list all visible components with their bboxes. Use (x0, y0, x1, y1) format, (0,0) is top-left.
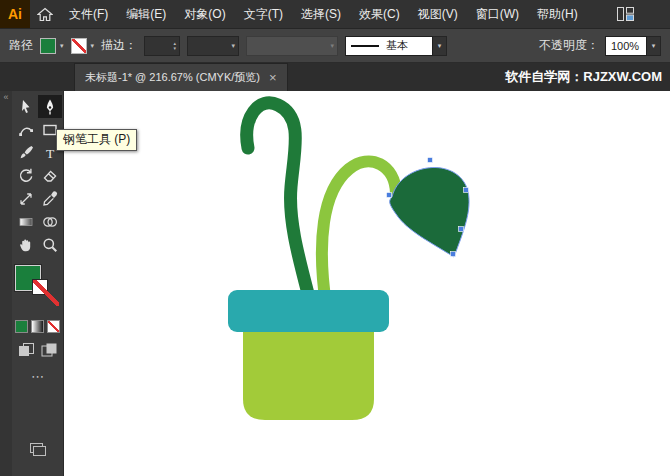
eraser-tool[interactable] (38, 164, 62, 187)
pen-tool[interactable] (38, 95, 62, 118)
stroke-weight-field[interactable]: ▴▾ (144, 36, 180, 56)
tools-panel: « (0, 91, 64, 476)
rotate-icon (17, 167, 35, 185)
svg-text:T: T (45, 145, 54, 160)
curvature-icon (17, 121, 35, 139)
draw-normal-icon[interactable] (18, 343, 34, 361)
artboard-canvas[interactable] (64, 91, 670, 476)
menu-object[interactable]: 对象(O) (175, 1, 234, 28)
collapse-panel-icon[interactable]: « (3, 92, 8, 102)
selection-arrow-icon (17, 98, 35, 116)
draw-behind-icon[interactable] (41, 343, 57, 361)
gradient-icon (17, 213, 35, 231)
menu-file[interactable]: 文件(F) (60, 1, 117, 28)
eyedropper-icon (41, 190, 59, 208)
document-tab-title: 未标题-1* @ 216.67% (CMYK/预览) (85, 70, 260, 85)
document-tab[interactable]: 未标题-1* @ 216.67% (CMYK/预览) × (74, 63, 288, 91)
chevron-down-icon: ▾ (433, 36, 447, 56)
stroke-weight-spinner[interactable]: ▴▾ (171, 41, 180, 51)
variable-width-dropdown[interactable]: ▾ (187, 36, 239, 56)
chevron-down-icon: ▾ (647, 36, 661, 56)
menu-window[interactable]: 窗口(W) (467, 1, 528, 28)
edit-toolbar-icon[interactable]: ⋯ (31, 370, 44, 383)
menu-select[interactable]: 选择(S) (292, 1, 350, 28)
home-icon[interactable] (30, 0, 60, 28)
width-profile-dropdown-disabled: ▾ (246, 36, 338, 56)
brush-stroke-preview (351, 45, 379, 47)
fill-color-swatch[interactable] (40, 38, 56, 54)
tool-tooltip: 钢笔工具 (P) (56, 129, 137, 151)
shape-builder-icon (41, 213, 59, 231)
paintbrush-tool[interactable] (14, 141, 38, 164)
anchor-point[interactable] (387, 193, 392, 198)
stroke-color-swatch[interactable] (71, 38, 87, 54)
plant-stem-light[interactable] (322, 161, 396, 305)
menu-bar: Ai 文件(F) 编辑(E) 对象(O) 文字(T) 选择(S) 效果(C) 视… (0, 0, 670, 29)
stroke-none-indicator[interactable] (33, 280, 47, 294)
fill-stroke-indicator (14, 265, 62, 311)
anchor-point[interactable] (464, 188, 469, 193)
plant-illustration (64, 91, 669, 476)
hand-icon (17, 236, 35, 254)
eraser-icon (41, 167, 59, 185)
plant-stem-dark[interactable] (247, 103, 311, 305)
none-button[interactable] (47, 320, 60, 333)
zoom-tool[interactable] (38, 233, 62, 256)
menu-help[interactable]: 帮助(H) (528, 1, 587, 28)
control-bar: 路径 ▾ ▾ 描边： ▴▾ ▾ ▾ 基本 ▾ 不透明度： 100% (0, 29, 670, 63)
chevron-down-icon: ▾ (229, 42, 239, 50)
hand-tool[interactable] (14, 233, 38, 256)
anchor-point[interactable] (451, 252, 456, 257)
menu-effect[interactable]: 效果(C) (350, 1, 409, 28)
scale-tool[interactable] (14, 187, 38, 210)
menu-edit[interactable]: 编辑(E) (117, 1, 175, 28)
opacity-field[interactable]: 100% ▾ (605, 36, 661, 56)
brush-definition-dropdown[interactable]: 基本 ▾ (345, 36, 447, 56)
scale-icon (17, 190, 35, 208)
illustrator-window: Ai 文件(F) 编辑(E) 对象(O) 文字(T) 选择(S) 效果(C) 视… (0, 0, 670, 476)
color-mode-buttons (15, 320, 60, 333)
gradient-tool[interactable] (14, 210, 38, 233)
stroke-weight-label: 描边： (101, 37, 137, 54)
close-icon[interactable]: × (269, 71, 277, 84)
eyedropper-tool[interactable] (38, 187, 62, 210)
rotate-tool[interactable] (14, 164, 38, 187)
gradient-button[interactable] (31, 320, 44, 333)
selection-type-label: 路径 (9, 37, 33, 54)
drawing-mode-buttons (18, 343, 57, 361)
fill-dropdown-icon[interactable]: ▾ (60, 42, 64, 50)
color-button[interactable] (15, 320, 28, 333)
watermark-text: 软件自学网：RJZXW.COM (505, 68, 662, 86)
pen-nib-icon (41, 98, 59, 116)
document-tab-bar: 未标题-1* @ 216.67% (CMYK/预览) × 软件自学网：RJZXW… (0, 63, 670, 91)
opacity-label: 不透明度： (539, 37, 599, 54)
tool-grid: T (14, 95, 62, 256)
shape-builder-tool[interactable] (38, 210, 62, 233)
selection-tool[interactable] (14, 95, 38, 118)
workspace-switcher-icon[interactable] (617, 7, 634, 21)
panel-collapse-strip[interactable]: « (0, 91, 12, 476)
anchor-point[interactable] (428, 158, 433, 163)
zoom-icon (41, 236, 59, 254)
plant-leaf[interactable] (390, 167, 469, 257)
paintbrush-icon (17, 144, 35, 162)
menu-type[interactable]: 文字(T) (235, 1, 292, 28)
stroke-dropdown-icon[interactable]: ▾ (91, 42, 95, 50)
app-logo: Ai (0, 0, 30, 28)
screen-mode-icon[interactable] (30, 442, 46, 460)
chevron-down-icon: ▾ (328, 42, 338, 50)
brush-name: 基本 (386, 38, 408, 53)
pot-rim[interactable] (228, 290, 389, 332)
pot-body[interactable] (243, 332, 374, 420)
opacity-value: 100% (605, 36, 647, 56)
anchor-point[interactable] (459, 227, 464, 232)
curvature-tool[interactable] (14, 118, 38, 141)
menu-view[interactable]: 视图(V) (409, 1, 467, 28)
